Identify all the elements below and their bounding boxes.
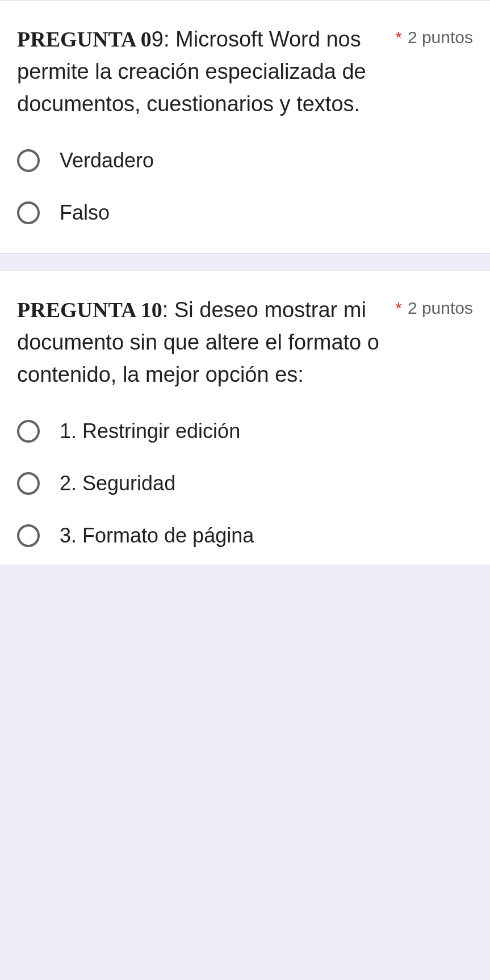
radio-icon[interactable]: [17, 524, 40, 547]
option-verdadero[interactable]: Verdadero: [17, 149, 473, 173]
question-card-10: PREGUNTA 10: Si deseo mostrar mi documen…: [0, 271, 490, 565]
option-formato-de-pagina[interactable]: 3. Formato de página: [17, 524, 473, 548]
points-wrapper: * 2 puntos: [395, 23, 473, 47]
option-label: 1. Restringir edición: [60, 419, 240, 443]
required-star-icon: *: [395, 298, 402, 318]
question-card-09: PREGUNTA 09: Microsoft Word nos permite …: [0, 0, 490, 254]
option-falso[interactable]: Falso: [17, 201, 473, 225]
radio-icon[interactable]: [17, 149, 40, 172]
option-label: Verdadero: [60, 149, 154, 173]
question-header: PREGUNTA 09: Microsoft Word nos permite …: [17, 23, 473, 120]
required-star-icon: *: [395, 28, 402, 47]
option-label: Falso: [60, 201, 110, 225]
options-list: 1. Restringir edición 2. Seguridad 3. Fo…: [17, 419, 473, 548]
options-list: Verdadero Falso: [17, 149, 473, 225]
option-label: 2. Seguridad: [60, 472, 175, 495]
points-label: 2 puntos: [408, 298, 473, 318]
option-restringir-edicion[interactable]: 1. Restringir edición: [17, 419, 473, 443]
question-header: PREGUNTA 10: Si deseo mostrar mi documen…: [17, 294, 473, 391]
points-label: 2 puntos: [408, 28, 473, 47]
radio-icon[interactable]: [17, 472, 40, 495]
option-label: 3. Formato de página: [60, 524, 254, 548]
question-prefix: PREGUNTA 0: [17, 27, 152, 51]
radio-icon[interactable]: [17, 420, 40, 443]
question-title: PREGUNTA 10: Si deseo mostrar mi documen…: [17, 294, 395, 391]
question-number: 0: [152, 298, 162, 322]
question-prefix: PREGUNTA 1: [17, 298, 152, 322]
question-title: PREGUNTA 09: Microsoft Word nos permite …: [17, 23, 395, 120]
points-wrapper: * 2 puntos: [395, 294, 473, 318]
question-number: 9: [152, 27, 164, 51]
radio-icon[interactable]: [17, 201, 40, 224]
option-seguridad[interactable]: 2. Seguridad: [17, 472, 473, 495]
